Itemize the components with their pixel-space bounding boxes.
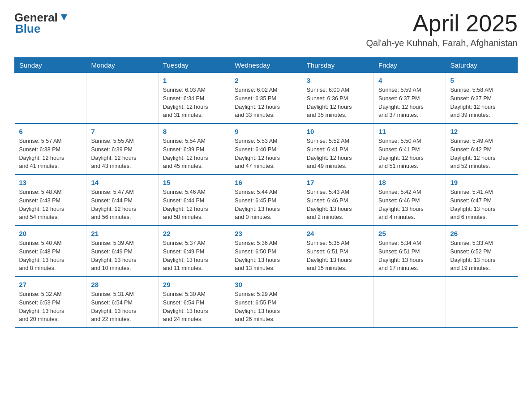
- day-info: Sunrise: 5:33 AM Sunset: 6:52 PM Dayligh…: [450, 239, 513, 273]
- day-info: Sunrise: 6:00 AM Sunset: 6:36 PM Dayligh…: [307, 86, 369, 120]
- calendar-table: SundayMondayTuesdayWednesdayThursdayFrid…: [14, 57, 518, 328]
- day-cell: 16Sunrise: 5:44 AM Sunset: 6:45 PM Dayli…: [230, 175, 302, 226]
- day-number: 15: [163, 179, 225, 186]
- day-cell: 8Sunrise: 5:54 AM Sunset: 6:39 PM Daylig…: [158, 124, 230, 175]
- day-number: 13: [19, 179, 82, 186]
- day-cell: 27Sunrise: 5:32 AM Sunset: 6:53 PM Dayli…: [15, 277, 86, 328]
- header-cell-tuesday: Tuesday: [158, 58, 230, 73]
- day-number: 10: [307, 128, 369, 135]
- day-info: Sunrise: 5:34 AM Sunset: 6:51 PM Dayligh…: [378, 239, 441, 273]
- day-number: 27: [19, 281, 82, 288]
- day-number: 26: [450, 230, 513, 237]
- week-row-5: 27Sunrise: 5:32 AM Sunset: 6:53 PM Dayli…: [15, 277, 518, 328]
- day-number: 11: [378, 128, 441, 135]
- day-info: Sunrise: 5:46 AM Sunset: 6:44 PM Dayligh…: [163, 188, 225, 222]
- day-number: 5: [450, 77, 513, 84]
- day-cell: 17Sunrise: 5:43 AM Sunset: 6:46 PM Dayli…: [302, 175, 373, 226]
- day-cell: 11Sunrise: 5:50 AM Sunset: 6:41 PM Dayli…: [374, 124, 446, 175]
- day-number: 23: [235, 230, 297, 237]
- day-info: Sunrise: 5:42 AM Sunset: 6:46 PM Dayligh…: [378, 188, 441, 222]
- page-header: General Blue April 2025 Qal'ah-ye Kuhnah…: [14, 11, 518, 48]
- svg-marker-0: [61, 14, 67, 21]
- day-info: Sunrise: 5:43 AM Sunset: 6:46 PM Dayligh…: [307, 188, 369, 222]
- day-cell: 23Sunrise: 5:36 AM Sunset: 6:50 PM Dayli…: [230, 226, 302, 277]
- day-info: Sunrise: 5:29 AM Sunset: 6:55 PM Dayligh…: [235, 290, 297, 324]
- day-number: 21: [91, 230, 153, 237]
- day-info: Sunrise: 5:41 AM Sunset: 6:47 PM Dayligh…: [450, 188, 513, 222]
- day-number: 22: [163, 230, 225, 237]
- day-cell: 4Sunrise: 5:59 AM Sunset: 6:37 PM Daylig…: [374, 73, 446, 124]
- logo: General Blue: [14, 11, 69, 36]
- day-cell: 21Sunrise: 5:39 AM Sunset: 6:49 PM Dayli…: [86, 226, 158, 277]
- day-info: Sunrise: 6:03 AM Sunset: 6:34 PM Dayligh…: [163, 86, 225, 120]
- day-info: Sunrise: 5:58 AM Sunset: 6:37 PM Dayligh…: [450, 86, 513, 120]
- day-cell: 3Sunrise: 6:00 AM Sunset: 6:36 PM Daylig…: [302, 73, 373, 124]
- day-info: Sunrise: 5:31 AM Sunset: 6:54 PM Dayligh…: [91, 290, 153, 324]
- day-cell: 29Sunrise: 5:30 AM Sunset: 6:54 PM Dayli…: [158, 277, 230, 328]
- day-number: 3: [307, 77, 369, 84]
- day-number: 6: [19, 128, 82, 135]
- week-row-4: 20Sunrise: 5:40 AM Sunset: 6:48 PM Dayli…: [15, 226, 518, 277]
- day-cell: 13Sunrise: 5:48 AM Sunset: 6:43 PM Dayli…: [15, 175, 86, 226]
- day-number: 9: [235, 128, 297, 135]
- day-info: Sunrise: 5:44 AM Sunset: 6:45 PM Dayligh…: [235, 188, 297, 222]
- day-cell: 25Sunrise: 5:34 AM Sunset: 6:51 PM Dayli…: [374, 226, 446, 277]
- day-cell: [15, 73, 86, 124]
- day-cell: 7Sunrise: 5:55 AM Sunset: 6:39 PM Daylig…: [86, 124, 158, 175]
- day-number: 18: [378, 179, 441, 186]
- day-info: Sunrise: 6:02 AM Sunset: 6:35 PM Dayligh…: [235, 86, 297, 120]
- week-row-2: 6Sunrise: 5:57 AM Sunset: 6:38 PM Daylig…: [15, 124, 518, 175]
- day-cell: [374, 277, 446, 328]
- day-number: 30: [235, 281, 297, 288]
- header-cell-saturday: Saturday: [446, 58, 517, 73]
- day-cell: 10Sunrise: 5:52 AM Sunset: 6:41 PM Dayli…: [302, 124, 373, 175]
- day-info: Sunrise: 5:39 AM Sunset: 6:49 PM Dayligh…: [91, 239, 153, 273]
- header-cell-wednesday: Wednesday: [230, 58, 302, 73]
- day-info: Sunrise: 5:32 AM Sunset: 6:53 PM Dayligh…: [19, 290, 82, 324]
- week-row-3: 13Sunrise: 5:48 AM Sunset: 6:43 PM Dayli…: [15, 175, 518, 226]
- header-cell-sunday: Sunday: [15, 58, 86, 73]
- week-row-1: 1Sunrise: 6:03 AM Sunset: 6:34 PM Daylig…: [15, 73, 518, 124]
- day-number: 25: [378, 230, 441, 237]
- day-cell: 9Sunrise: 5:53 AM Sunset: 6:40 PM Daylig…: [230, 124, 302, 175]
- day-cell: 2Sunrise: 6:02 AM Sunset: 6:35 PM Daylig…: [230, 73, 302, 124]
- day-info: Sunrise: 5:37 AM Sunset: 6:49 PM Dayligh…: [163, 239, 225, 273]
- day-number: 29: [163, 281, 225, 288]
- day-info: Sunrise: 5:40 AM Sunset: 6:48 PM Dayligh…: [19, 239, 82, 273]
- day-info: Sunrise: 5:59 AM Sunset: 6:37 PM Dayligh…: [378, 86, 441, 120]
- day-info: Sunrise: 5:47 AM Sunset: 6:44 PM Dayligh…: [91, 188, 153, 222]
- calendar-header: SundayMondayTuesdayWednesdayThursdayFrid…: [15, 58, 518, 73]
- day-info: Sunrise: 5:55 AM Sunset: 6:39 PM Dayligh…: [91, 137, 153, 171]
- day-cell: [86, 73, 158, 124]
- day-number: 19: [450, 179, 513, 186]
- day-cell: 5Sunrise: 5:58 AM Sunset: 6:37 PM Daylig…: [446, 73, 517, 124]
- day-cell: 14Sunrise: 5:47 AM Sunset: 6:44 PM Dayli…: [86, 175, 158, 226]
- header-cell-friday: Friday: [374, 58, 446, 73]
- day-info: Sunrise: 5:54 AM Sunset: 6:39 PM Dayligh…: [163, 137, 225, 171]
- day-cell: 24Sunrise: 5:35 AM Sunset: 6:51 PM Dayli…: [302, 226, 373, 277]
- day-number: 1: [163, 77, 225, 84]
- header-row: SundayMondayTuesdayWednesdayThursdayFrid…: [15, 58, 518, 73]
- day-cell: 19Sunrise: 5:41 AM Sunset: 6:47 PM Dayli…: [446, 175, 517, 226]
- day-cell: 18Sunrise: 5:42 AM Sunset: 6:46 PM Dayli…: [374, 175, 446, 226]
- day-cell: 22Sunrise: 5:37 AM Sunset: 6:49 PM Dayli…: [158, 226, 230, 277]
- logo-arrow-icon: [59, 13, 69, 22]
- day-info: Sunrise: 5:50 AM Sunset: 6:41 PM Dayligh…: [378, 137, 441, 171]
- day-number: 16: [235, 179, 297, 186]
- day-number: 4: [378, 77, 441, 84]
- logo-blue-text: Blue: [15, 22, 40, 36]
- day-number: 7: [91, 128, 153, 135]
- day-cell: 20Sunrise: 5:40 AM Sunset: 6:48 PM Dayli…: [15, 226, 86, 277]
- day-number: 24: [307, 230, 369, 237]
- month-title: April 2025: [366, 11, 518, 36]
- location-title: Qal'ah-ye Kuhnah, Farah, Afghanistan: [366, 38, 518, 48]
- day-cell: 1Sunrise: 6:03 AM Sunset: 6:34 PM Daylig…: [158, 73, 230, 124]
- day-info: Sunrise: 5:57 AM Sunset: 6:38 PM Dayligh…: [19, 137, 82, 171]
- day-number: 8: [163, 128, 225, 135]
- day-number: 17: [307, 179, 369, 186]
- day-number: 12: [450, 128, 513, 135]
- calendar-body: 1Sunrise: 6:03 AM Sunset: 6:34 PM Daylig…: [15, 73, 518, 328]
- day-cell: 28Sunrise: 5:31 AM Sunset: 6:54 PM Dayli…: [86, 277, 158, 328]
- day-number: 28: [91, 281, 153, 288]
- day-info: Sunrise: 5:52 AM Sunset: 6:41 PM Dayligh…: [307, 137, 369, 171]
